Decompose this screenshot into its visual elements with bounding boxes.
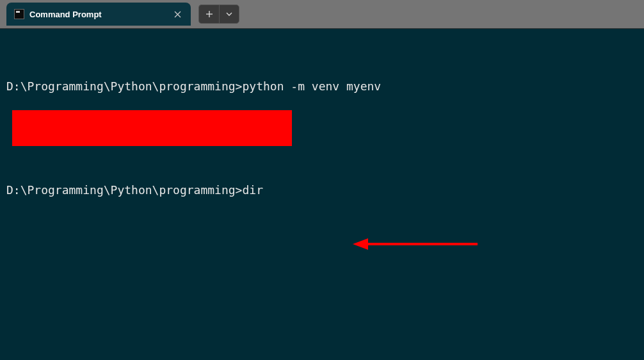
blank-line [6, 354, 638, 360]
svg-marker-5 [353, 238, 368, 250]
redacted-block [12, 110, 292, 146]
tab-title: Command Prompt [29, 10, 172, 19]
titlebar: Command Prompt [0, 0, 644, 28]
chevron-down-icon [226, 12, 232, 16]
command-prompt-icon [14, 9, 24, 19]
prompt-line-1: D:\Programming\Python\programming>python… [6, 78, 638, 95]
redacted-line-2 [6, 302, 638, 320]
redacted-line-1 [6, 250, 638, 268]
prompt-line-2: D:\Programming\Python\programming>dir [6, 181, 638, 199]
plus-icon [205, 10, 213, 18]
close-tab-button[interactable] [172, 8, 183, 20]
annotation-arrow [353, 236, 481, 252]
tab-command-prompt[interactable]: Command Prompt [6, 3, 191, 26]
terminal-pane[interactable]: D:\Programming\Python\programming>python… [0, 28, 644, 360]
close-icon [174, 11, 181, 18]
tab-controls [198, 4, 239, 24]
tab-dropdown-button[interactable] [219, 4, 239, 24]
new-tab-button[interactable] [198, 4, 219, 24]
